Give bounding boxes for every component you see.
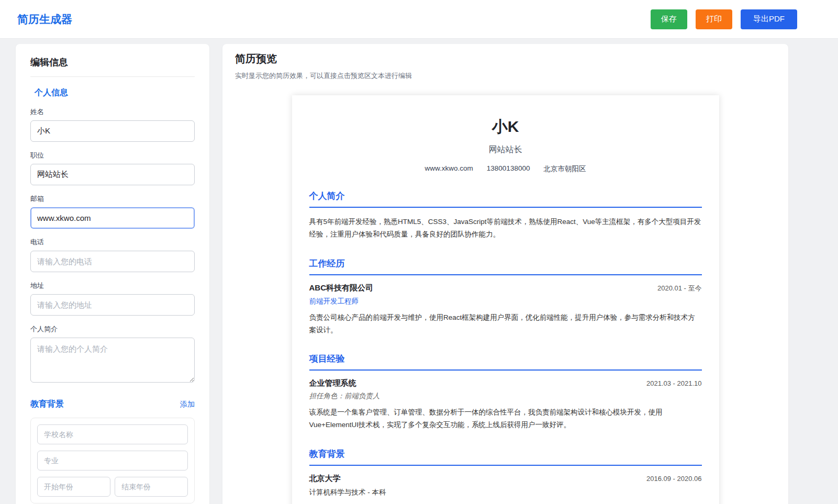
summary-field-group: 个人简介: [30, 324, 195, 385]
position-input[interactable]: [30, 164, 195, 185]
summary-label: 个人简介: [30, 324, 195, 334]
resume-contact-address[interactable]: 北京市朝阳区: [543, 164, 586, 174]
project-role[interactable]: 担任角色：前端负责人: [309, 391, 702, 401]
email-input[interactable]: [30, 207, 195, 229]
phone-input[interactable]: [30, 251, 195, 272]
resume-section-work: 工作经历 ABC科技有限公司 2020.01 - 至今 前端开发工程师 负责公司…: [309, 257, 702, 337]
education-entry-card: [30, 418, 195, 503]
start-year-input[interactable]: [37, 477, 110, 497]
major-input[interactable]: [37, 451, 188, 471]
preview-subtitle: 实时显示您的简历效果，可以直接点击预览区文本进行编辑: [235, 71, 776, 81]
work-section-title: 工作经历: [309, 257, 702, 275]
resume-position[interactable]: 网站站长: [309, 144, 702, 155]
education-date[interactable]: 2016.09 - 2020.06: [646, 475, 702, 483]
project-name[interactable]: 企业管理系统: [309, 378, 356, 388]
summary-section-title: 个人简介: [309, 190, 702, 208]
resume-contact-website[interactable]: www.xkwo.com: [425, 164, 473, 174]
resume-contacts: www.xkwo.com 13800138000 北京市朝阳区: [309, 164, 702, 174]
editor-panel: 编辑信息 个人信息 姓名 职位 邮箱 电话 地址 个人简介 教育背景: [16, 44, 209, 504]
education-section-title: 教育背景: [309, 448, 702, 466]
name-label: 姓名: [30, 107, 195, 117]
email-field-group: 邮箱: [30, 194, 195, 229]
resume-paper: 小K 网站站长 www.xkwo.com 13800138000 北京市朝阳区 …: [292, 95, 719, 504]
project-item: 企业管理系统 2021.03 - 2021.10 担任角色：前端负责人 该系统是…: [309, 378, 702, 432]
education-item-header: 北京大学 2016.09 - 2020.06: [309, 474, 702, 484]
preview-title: 简历预览: [235, 52, 776, 66]
resume-section-education: 教育背景 北京大学 2016.09 - 2020.06 计算机科学与技术 - 本…: [309, 448, 702, 497]
project-date[interactable]: 2021.03 - 2021.10: [646, 379, 702, 387]
position-field-group: 职位: [30, 151, 195, 185]
personal-info-heading: 个人信息: [35, 87, 195, 98]
export-pdf-button[interactable]: 导出PDF: [741, 9, 797, 29]
work-company[interactable]: ABC科技有限公司: [309, 283, 374, 293]
print-button[interactable]: 打印: [696, 9, 732, 29]
resume-contact-phone[interactable]: 13800138000: [487, 164, 530, 174]
divider: [30, 76, 195, 77]
end-year-input[interactable]: [115, 477, 188, 497]
preview-header: 简历预览 实时显示您的简历效果，可以直接点击预览区文本进行编辑: [222, 52, 788, 81]
position-label: 职位: [30, 151, 195, 160]
save-button[interactable]: 保存: [651, 9, 687, 29]
address-label: 地址: [30, 281, 195, 290]
work-description[interactable]: 负责公司核心产品的前端开发与维护，使用React框架构建用户界面，优化前端性能，…: [309, 311, 702, 337]
add-education-link[interactable]: 添加: [180, 400, 195, 409]
app-title: 简历生成器: [17, 12, 72, 27]
project-description[interactable]: 该系统是一个集客户管理、订单管理、数据分析于一体的综合性平台，我负责前端架构设计…: [309, 406, 702, 432]
summary-textarea[interactable]: [30, 338, 195, 383]
education-item: 北京大学 2016.09 - 2020.06 计算机科学与技术 - 本科: [309, 474, 702, 497]
phone-field-group: 电话: [30, 238, 195, 272]
name-field-group: 姓名: [30, 107, 195, 142]
resume-section-summary: 个人简介 具有5年前端开发经验，熟悉HTML5、CSS3、JavaScript等…: [309, 190, 702, 241]
resume-section-projects: 项目经验 企业管理系统 2021.03 - 2021.10 担任角色：前端负责人…: [309, 353, 702, 432]
work-date[interactable]: 2020.01 - 至今: [657, 284, 702, 293]
school-name-input[interactable]: [37, 424, 188, 444]
main-layout: 编辑信息 个人信息 姓名 职位 邮箱 电话 地址 个人简介 教育背景: [0, 39, 838, 504]
education-detail[interactable]: 计算机科学与技术 - 本科: [309, 488, 702, 497]
summary-text[interactable]: 具有5年前端开发经验，熟悉HTML5、CSS3、JavaScript等前端技术，…: [309, 216, 702, 241]
year-row: [37, 477, 188, 497]
education-heading: 教育背景: [30, 399, 64, 410]
work-role[interactable]: 前端开发工程师: [309, 297, 702, 306]
project-item-header: 企业管理系统 2021.03 - 2021.10: [309, 378, 702, 388]
education-subsection-header: 教育背景 添加: [30, 399, 195, 410]
header-actions: 保存 打印 导出PDF: [651, 9, 797, 29]
app-header: 简历生成器 保存 打印 导出PDF: [0, 0, 838, 39]
address-field-group: 地址: [30, 281, 195, 316]
name-input[interactable]: [30, 120, 195, 142]
work-item: ABC科技有限公司 2020.01 - 至今 前端开发工程师 负责公司核心产品的…: [309, 283, 702, 337]
editor-title: 编辑信息: [30, 56, 195, 69]
preview-panel: 简历预览 实时显示您的简历效果，可以直接点击预览区文本进行编辑 小K 网站站长 …: [222, 44, 788, 504]
education-school[interactable]: 北京大学: [309, 474, 341, 484]
email-label: 邮箱: [30, 194, 195, 204]
projects-section-title: 项目经验: [309, 353, 702, 371]
address-input[interactable]: [30, 294, 195, 316]
phone-label: 电话: [30, 238, 195, 247]
work-item-header: ABC科技有限公司 2020.01 - 至今: [309, 283, 702, 293]
resume-name[interactable]: 小K: [309, 116, 702, 138]
